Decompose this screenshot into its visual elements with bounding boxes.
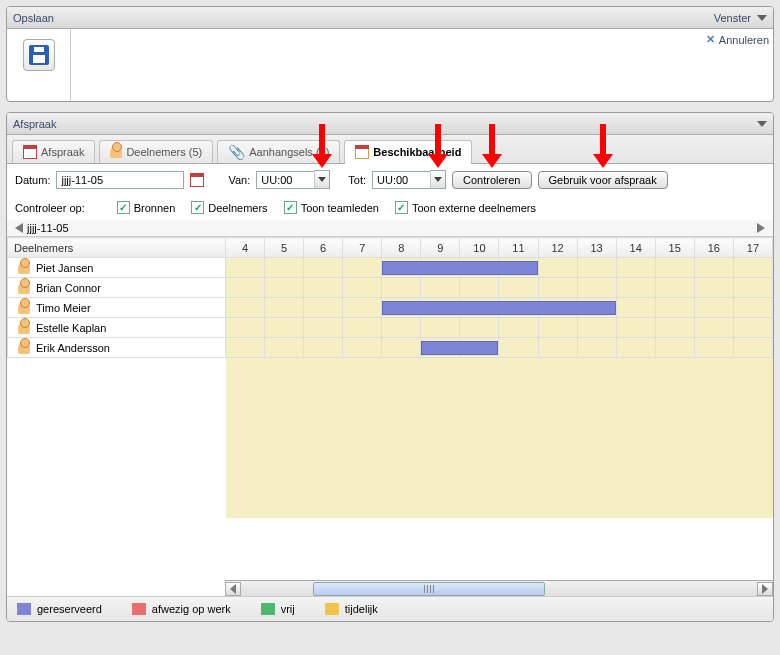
hour-cell <box>499 278 538 298</box>
save-column <box>7 29 71 101</box>
hour-cell <box>421 278 460 298</box>
hour-cell <box>499 338 538 358</box>
top-panel-header: Opslaan Venster <box>7 7 773 29</box>
checkbox-icon: ✓ <box>284 201 297 214</box>
hour-cell <box>733 338 772 358</box>
appointment-header: Afspraak <box>7 113 773 135</box>
date-label: Datum: <box>15 174 50 186</box>
hour-cell <box>733 318 772 338</box>
swatch-reserved <box>17 603 31 615</box>
scroll-left-button[interactable] <box>225 582 241 596</box>
user-icon <box>110 146 122 158</box>
hour-cell <box>421 338 460 358</box>
hour-header: 12 <box>538 238 577 258</box>
hour-cell <box>733 298 772 318</box>
date-input[interactable] <box>56 171 184 189</box>
user-icon <box>18 342 30 354</box>
tab-bar: Afspraak Deelnemers (5) 📎 Aanhangsels (0… <box>7 135 773 164</box>
hour-cell <box>226 258 265 278</box>
chevron-down-icon-2 <box>434 177 442 182</box>
checkbox-icon: ✓ <box>395 201 408 214</box>
busy-bar <box>382 261 537 275</box>
hour-cell <box>616 258 655 278</box>
hour-cell <box>343 318 382 338</box>
hour-cell <box>382 318 421 338</box>
user-icon <box>18 262 30 274</box>
to-input[interactable] <box>372 171 430 189</box>
from-dropdown[interactable] <box>314 170 330 189</box>
hour-cell <box>577 318 616 338</box>
appointment-panel: Afspraak Afspraak Deelnemers (5) 📎 Aanha… <box>6 112 774 622</box>
tab-appointment[interactable]: Afspraak <box>12 140 95 163</box>
tab-appointment-label: Afspraak <box>41 146 84 158</box>
from-input[interactable] <box>256 171 314 189</box>
participant-name-cell: Estelle Kaplan <box>8 318 226 338</box>
participant-row: Piet Jansen <box>8 258 773 278</box>
hour-cell <box>304 278 343 298</box>
cb-participants[interactable]: ✓Deelnemers <box>191 201 267 214</box>
hour-header: 6 <box>304 238 343 258</box>
swatch-away <box>132 603 146 615</box>
collapse-icon[interactable] <box>757 15 767 21</box>
hour-cell <box>304 298 343 318</box>
participant-name: Brian Connor <box>36 282 101 294</box>
cb-participants-label: Deelnemers <box>208 202 267 214</box>
hour-cell <box>655 318 694 338</box>
tab-participants-label: Deelnemers (5) <box>126 146 202 158</box>
hour-cell <box>538 278 577 298</box>
legend-away: afwezig op werk <box>152 603 231 615</box>
to-combo <box>372 170 446 189</box>
participant-row: Estelle Kaplan <box>8 318 773 338</box>
cancel-label: Annuleren <box>719 34 769 46</box>
cancel-link[interactable]: ✕ Annuleren <box>706 33 769 46</box>
top-panel-body: ✕ Annuleren <box>7 29 773 101</box>
hour-cell <box>616 278 655 298</box>
hour-header: 4 <box>226 238 265 258</box>
check-button[interactable]: Controleren <box>452 171 531 189</box>
hour-cell <box>265 318 304 338</box>
hour-cell <box>694 318 733 338</box>
save-button[interactable] <box>23 39 55 71</box>
hour-cell <box>538 258 577 278</box>
hour-cell <box>616 338 655 358</box>
hour-cell <box>421 318 460 338</box>
hour-cell <box>343 278 382 298</box>
hour-header: 9 <box>421 238 460 258</box>
hour-cell <box>226 338 265 358</box>
hour-cell <box>265 258 304 278</box>
tab-attachments[interactable]: 📎 Aanhangsels (0) <box>217 140 340 163</box>
participant-name: Piet Jansen <box>36 262 93 274</box>
horizontal-scrollbar <box>225 580 773 596</box>
tab-attachments-label: Aanhangsels (0) <box>249 146 329 158</box>
user-icon <box>18 282 30 294</box>
participant-name-cell: Brian Connor <box>8 278 226 298</box>
form-row-check: Controleer op: ✓Bronnen ✓Deelnemers ✓Too… <box>7 195 773 220</box>
floppy-icon <box>29 45 49 65</box>
swatch-temp <box>325 603 339 615</box>
date-picker-icon[interactable] <box>190 173 204 187</box>
tab-availability[interactable]: Beschikbaarheid <box>344 140 472 163</box>
use-for-appointment-button[interactable]: Gebruik voor afspraak <box>538 171 668 189</box>
from-label: Van: <box>228 174 250 186</box>
next-day-button[interactable] <box>757 223 765 233</box>
scroll-right-button[interactable] <box>757 582 773 596</box>
tab-availability-label: Beschikbaarheid <box>373 146 461 158</box>
prev-day-button[interactable] <box>15 223 23 233</box>
cb-teammembers[interactable]: ✓Toon teamleden <box>284 201 379 214</box>
user-icon <box>18 302 30 314</box>
to-dropdown[interactable] <box>430 170 446 189</box>
hour-header: 11 <box>499 238 538 258</box>
cb-resources[interactable]: ✓Bronnen <box>117 201 176 214</box>
scroll-thumb[interactable] <box>313 582 545 596</box>
check-label: Controleer op: <box>15 202 85 214</box>
hour-header: 7 <box>343 238 382 258</box>
hour-header: 15 <box>655 238 694 258</box>
cb-external[interactable]: ✓Toon externe deelnemers <box>395 201 536 214</box>
hour-header: 8 <box>382 238 421 258</box>
hour-cell <box>733 278 772 298</box>
collapse-icon-2[interactable] <box>757 121 767 127</box>
tab-participants[interactable]: Deelnemers (5) <box>99 140 213 163</box>
hour-cell <box>382 338 421 358</box>
paperclip-icon: 📎 <box>228 144 245 160</box>
legend-reserved: gereserveerd <box>37 603 102 615</box>
